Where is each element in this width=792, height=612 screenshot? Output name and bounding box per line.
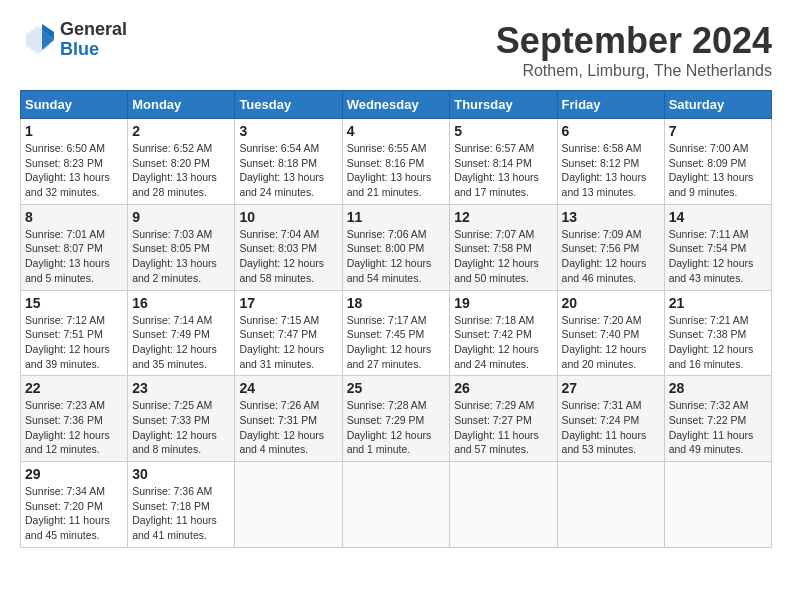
calendar-cell: 4Sunrise: 6:55 AMSunset: 8:16 PMDaylight… (342, 119, 450, 205)
logo-general-text: General (60, 20, 127, 40)
calendar-cell: 12Sunrise: 7:07 AMSunset: 7:58 PMDayligh… (450, 204, 557, 290)
day-info: Sunrise: 7:36 AMSunset: 7:18 PMDaylight:… (132, 484, 230, 543)
calendar-cell: 18Sunrise: 7:17 AMSunset: 7:45 PMDayligh… (342, 290, 450, 376)
day-number: 15 (25, 295, 123, 311)
weekday-header-wednesday: Wednesday (342, 91, 450, 119)
calendar-cell: 19Sunrise: 7:18 AMSunset: 7:42 PMDayligh… (450, 290, 557, 376)
day-number: 7 (669, 123, 767, 139)
calendar-cell: 13Sunrise: 7:09 AMSunset: 7:56 PMDayligh… (557, 204, 664, 290)
day-info: Sunrise: 7:04 AMSunset: 8:03 PMDaylight:… (239, 227, 337, 286)
calendar-cell: 21Sunrise: 7:21 AMSunset: 7:38 PMDayligh… (664, 290, 771, 376)
day-info: Sunrise: 7:26 AMSunset: 7:31 PMDaylight:… (239, 398, 337, 457)
day-number: 2 (132, 123, 230, 139)
day-number: 1 (25, 123, 123, 139)
calendar-week-row: 8Sunrise: 7:01 AMSunset: 8:07 PMDaylight… (21, 204, 772, 290)
day-info: Sunrise: 7:03 AMSunset: 8:05 PMDaylight:… (132, 227, 230, 286)
day-info: Sunrise: 7:11 AMSunset: 7:54 PMDaylight:… (669, 227, 767, 286)
day-info: Sunrise: 6:50 AMSunset: 8:23 PMDaylight:… (25, 141, 123, 200)
calendar-cell: 25Sunrise: 7:28 AMSunset: 7:29 PMDayligh… (342, 376, 450, 462)
calendar-cell: 17Sunrise: 7:15 AMSunset: 7:47 PMDayligh… (235, 290, 342, 376)
day-number: 11 (347, 209, 446, 225)
day-info: Sunrise: 7:12 AMSunset: 7:51 PMDaylight:… (25, 313, 123, 372)
calendar-cell: 1Sunrise: 6:50 AMSunset: 8:23 PMDaylight… (21, 119, 128, 205)
day-info: Sunrise: 7:15 AMSunset: 7:47 PMDaylight:… (239, 313, 337, 372)
day-number: 19 (454, 295, 552, 311)
day-number: 18 (347, 295, 446, 311)
day-number: 28 (669, 380, 767, 396)
day-number: 8 (25, 209, 123, 225)
day-info: Sunrise: 7:00 AMSunset: 8:09 PMDaylight:… (669, 141, 767, 200)
day-number: 24 (239, 380, 337, 396)
calendar-cell: 8Sunrise: 7:01 AMSunset: 8:07 PMDaylight… (21, 204, 128, 290)
weekday-header-thursday: Thursday (450, 91, 557, 119)
day-number: 29 (25, 466, 123, 482)
calendar-cell: 24Sunrise: 7:26 AMSunset: 7:31 PMDayligh… (235, 376, 342, 462)
location-subtitle: Rothem, Limburg, The Netherlands (496, 62, 772, 80)
weekday-header-monday: Monday (128, 91, 235, 119)
day-info: Sunrise: 7:32 AMSunset: 7:22 PMDaylight:… (669, 398, 767, 457)
calendar-table: SundayMondayTuesdayWednesdayThursdayFrid… (20, 90, 772, 548)
calendar-cell (235, 462, 342, 548)
logo-text: General Blue (60, 20, 127, 60)
day-info: Sunrise: 7:25 AMSunset: 7:33 PMDaylight:… (132, 398, 230, 457)
calendar-week-row: 15Sunrise: 7:12 AMSunset: 7:51 PMDayligh… (21, 290, 772, 376)
day-number: 26 (454, 380, 552, 396)
day-info: Sunrise: 7:23 AMSunset: 7:36 PMDaylight:… (25, 398, 123, 457)
weekday-header-saturday: Saturday (664, 91, 771, 119)
calendar-week-row: 1Sunrise: 6:50 AMSunset: 8:23 PMDaylight… (21, 119, 772, 205)
calendar-cell: 10Sunrise: 7:04 AMSunset: 8:03 PMDayligh… (235, 204, 342, 290)
day-number: 22 (25, 380, 123, 396)
calendar-cell: 7Sunrise: 7:00 AMSunset: 8:09 PMDaylight… (664, 119, 771, 205)
calendar-week-row: 29Sunrise: 7:34 AMSunset: 7:20 PMDayligh… (21, 462, 772, 548)
day-number: 23 (132, 380, 230, 396)
day-info: Sunrise: 7:29 AMSunset: 7:27 PMDaylight:… (454, 398, 552, 457)
day-info: Sunrise: 7:01 AMSunset: 8:07 PMDaylight:… (25, 227, 123, 286)
day-info: Sunrise: 6:55 AMSunset: 8:16 PMDaylight:… (347, 141, 446, 200)
day-number: 13 (562, 209, 660, 225)
day-number: 3 (239, 123, 337, 139)
calendar-cell: 14Sunrise: 7:11 AMSunset: 7:54 PMDayligh… (664, 204, 771, 290)
weekday-header-tuesday: Tuesday (235, 91, 342, 119)
day-number: 12 (454, 209, 552, 225)
calendar-cell: 5Sunrise: 6:57 AMSunset: 8:14 PMDaylight… (450, 119, 557, 205)
calendar-cell (342, 462, 450, 548)
day-number: 25 (347, 380, 446, 396)
day-info: Sunrise: 7:20 AMSunset: 7:40 PMDaylight:… (562, 313, 660, 372)
day-number: 16 (132, 295, 230, 311)
day-info: Sunrise: 7:17 AMSunset: 7:45 PMDaylight:… (347, 313, 446, 372)
day-info: Sunrise: 6:57 AMSunset: 8:14 PMDaylight:… (454, 141, 552, 200)
calendar-cell: 20Sunrise: 7:20 AMSunset: 7:40 PMDayligh… (557, 290, 664, 376)
calendar-cell: 22Sunrise: 7:23 AMSunset: 7:36 PMDayligh… (21, 376, 128, 462)
calendar-cell: 6Sunrise: 6:58 AMSunset: 8:12 PMDaylight… (557, 119, 664, 205)
day-number: 4 (347, 123, 446, 139)
day-number: 10 (239, 209, 337, 225)
weekday-header-row: SundayMondayTuesdayWednesdayThursdayFrid… (21, 91, 772, 119)
day-info: Sunrise: 6:58 AMSunset: 8:12 PMDaylight:… (562, 141, 660, 200)
day-number: 17 (239, 295, 337, 311)
day-info: Sunrise: 7:28 AMSunset: 7:29 PMDaylight:… (347, 398, 446, 457)
header: General Blue September 2024 Rothem, Limb… (20, 20, 772, 80)
calendar-cell: 9Sunrise: 7:03 AMSunset: 8:05 PMDaylight… (128, 204, 235, 290)
calendar-cell: 3Sunrise: 6:54 AMSunset: 8:18 PMDaylight… (235, 119, 342, 205)
day-info: Sunrise: 7:07 AMSunset: 7:58 PMDaylight:… (454, 227, 552, 286)
calendar-cell (557, 462, 664, 548)
calendar-week-row: 22Sunrise: 7:23 AMSunset: 7:36 PMDayligh… (21, 376, 772, 462)
day-number: 14 (669, 209, 767, 225)
calendar-cell (450, 462, 557, 548)
calendar-cell: 2Sunrise: 6:52 AMSunset: 8:20 PMDaylight… (128, 119, 235, 205)
day-number: 5 (454, 123, 552, 139)
weekday-header-sunday: Sunday (21, 91, 128, 119)
day-number: 30 (132, 466, 230, 482)
calendar-cell: 16Sunrise: 7:14 AMSunset: 7:49 PMDayligh… (128, 290, 235, 376)
logo-blue-text: Blue (60, 40, 127, 60)
logo: General Blue (20, 20, 127, 60)
day-info: Sunrise: 7:21 AMSunset: 7:38 PMDaylight:… (669, 313, 767, 372)
title-area: September 2024 Rothem, Limburg, The Neth… (496, 20, 772, 80)
day-info: Sunrise: 6:52 AMSunset: 8:20 PMDaylight:… (132, 141, 230, 200)
day-info: Sunrise: 7:34 AMSunset: 7:20 PMDaylight:… (25, 484, 123, 543)
weekday-header-friday: Friday (557, 91, 664, 119)
calendar-cell: 26Sunrise: 7:29 AMSunset: 7:27 PMDayligh… (450, 376, 557, 462)
calendar-cell: 30Sunrise: 7:36 AMSunset: 7:18 PMDayligh… (128, 462, 235, 548)
day-number: 21 (669, 295, 767, 311)
calendar-cell: 28Sunrise: 7:32 AMSunset: 7:22 PMDayligh… (664, 376, 771, 462)
